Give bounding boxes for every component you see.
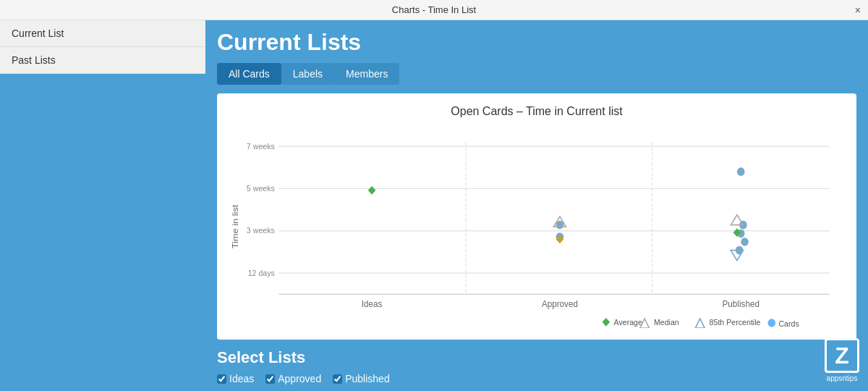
- checkbox-ideas[interactable]: Ideas: [217, 373, 254, 384]
- select-lists-title: Select Lists: [217, 348, 856, 367]
- logo-icon: Z: [825, 338, 859, 373]
- svg-text:3 weeks: 3 weeks: [247, 226, 275, 235]
- content-area: Current Lists All Cards Labels Members O…: [205, 20, 868, 391]
- tab-members[interactable]: Members: [334, 63, 399, 85]
- select-lists-checkboxes: Ideas Approved Published: [217, 373, 856, 384]
- svg-text:Cards: Cards: [778, 319, 799, 328]
- svg-point-34: [768, 319, 776, 327]
- checkbox-published[interactable]: Published: [333, 373, 390, 384]
- svg-text:Median: Median: [654, 318, 679, 327]
- checkbox-approved[interactable]: Approved: [265, 373, 321, 384]
- checkbox-ideas-input[interactable]: [217, 374, 226, 384]
- svg-point-23: [741, 237, 749, 246]
- svg-text:Published: Published: [723, 298, 760, 309]
- svg-marker-32: [695, 319, 705, 328]
- main-layout: Current List Past Lists Current Lists Al…: [0, 20, 868, 391]
- svg-text:12 days: 12 days: [248, 268, 276, 277]
- svg-text:7 weeks: 7 weeks: [247, 141, 275, 151]
- svg-text:Approved: Approved: [542, 298, 578, 309]
- chart-area: Time in list 7 weeks 5 weeks 3 weeks 12 …: [229, 125, 845, 328]
- svg-marker-28: [603, 318, 610, 327]
- tab-bar: All Cards Labels Members: [217, 63, 856, 85]
- chart-title: Open Cards – Time in Current list: [229, 105, 845, 118]
- logo: Z appsntips: [825, 338, 859, 382]
- svg-marker-15: [368, 186, 376, 195]
- svg-text:85th Percentile: 85th Percentile: [710, 318, 761, 327]
- tab-all-cards[interactable]: All Cards: [217, 63, 281, 85]
- chart-svg: Time in list 7 weeks 5 weeks 3 weeks 12 …: [229, 125, 845, 328]
- sidebar-item-past-lists[interactable]: Past Lists: [0, 47, 205, 74]
- chart-container: Open Cards – Time in Current list Time i…: [217, 93, 856, 340]
- page-title: Current Lists: [217, 29, 856, 56]
- close-button[interactable]: ×: [855, 4, 861, 16]
- svg-text:Time in list: Time in list: [230, 204, 239, 248]
- sidebar-item-current-list[interactable]: Current List: [0, 20, 205, 47]
- checkbox-approved-input[interactable]: [265, 374, 275, 384]
- tab-labels[interactable]: Labels: [281, 63, 334, 85]
- svg-text:Ideas: Ideas: [362, 298, 383, 309]
- svg-text:5 weeks: 5 weeks: [247, 184, 275, 193]
- title-bar-text: Charts - Time In List: [392, 4, 476, 15]
- sidebar: Current List Past Lists: [0, 20, 205, 391]
- title-bar: Charts - Time In List ×: [0, 0, 868, 20]
- svg-text:Average: Average: [614, 318, 642, 327]
- checkbox-published-input[interactable]: [333, 374, 342, 384]
- logo-text: appsntips: [825, 374, 859, 382]
- svg-point-20: [737, 167, 745, 176]
